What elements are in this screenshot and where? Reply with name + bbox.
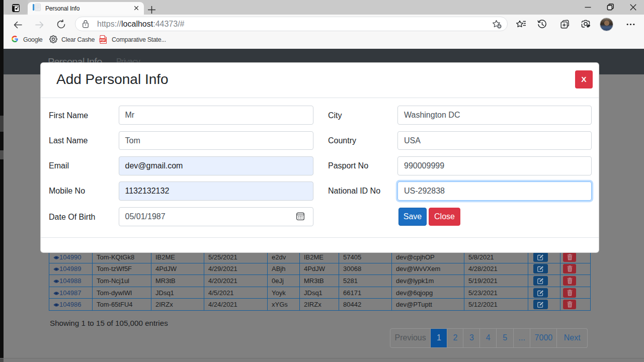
svg-text:PDF: PDF [100,39,106,42]
